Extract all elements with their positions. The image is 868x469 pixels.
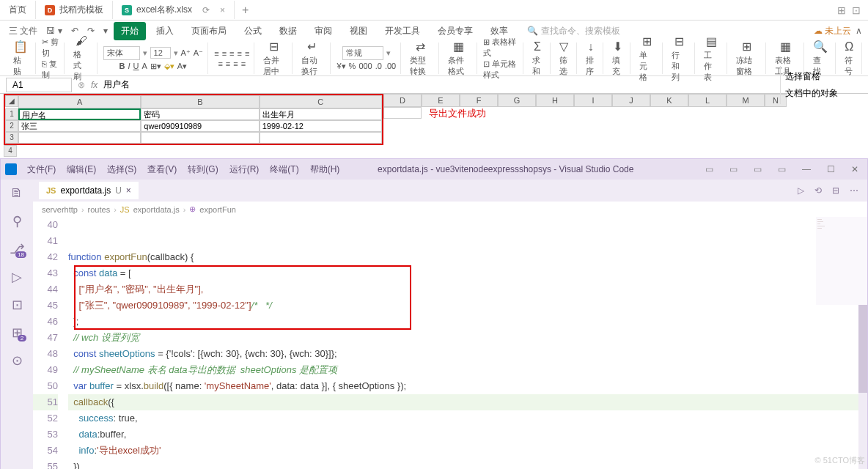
align-l[interactable]: ≡	[218, 59, 222, 68]
bc-item[interactable]: routes	[88, 205, 111, 214]
search-icon[interactable]: ⚲	[10, 213, 24, 228]
outdent[interactable]: ≡	[245, 49, 249, 58]
layout-icon[interactable]: ▭	[701, 163, 718, 176]
maximize-button[interactable]: ☐	[823, 163, 839, 176]
cell[interactable]	[141, 132, 259, 144]
tablestyle-button[interactable]: ⊞ 表格样式	[483, 37, 518, 59]
breadcrumb[interactable]: serverhttp› routes› JSexportdata.js› ⊕ex…	[33, 202, 867, 217]
more-icon[interactable]: ⋯	[850, 185, 858, 196]
minimize-button[interactable]: —	[798, 163, 815, 176]
bc-item[interactable]: exportdata.js	[133, 205, 180, 214]
col-header[interactable]: I	[574, 94, 612, 107]
cell-a1[interactable]: 用户名	[18, 108, 141, 120]
tab-home[interactable]: 首页	[0, 1, 36, 19]
row-header[interactable]: 1	[5, 108, 18, 120]
code-content[interactable]: function exportFun(callback) { const dat…	[68, 217, 867, 469]
merge-button[interactable]: ⊟合并居中	[260, 40, 287, 77]
code-area[interactable]: 404142434445464748495051525354555657 fun…	[33, 217, 867, 469]
bold-button[interactable]: B	[119, 62, 125, 70]
dec-inc[interactable]: .0	[375, 62, 382, 70]
col-header[interactable]: G	[498, 94, 536, 107]
file-menu[interactable]: 三 文件	[6, 23, 40, 39]
fill-color-button[interactable]: ⬙▾	[164, 62, 174, 71]
minimap[interactable]: ▬▬▬▬▬▬▬▬▬▬▬▬▬▬▬▬▬	[816, 217, 867, 305]
cell-b2[interactable]: qwer090910989	[141, 120, 259, 132]
explorer-icon[interactable]: 🗎	[10, 185, 24, 200]
menu-view[interactable]: 查看(V)	[143, 162, 181, 177]
name-box[interactable]: A1	[6, 78, 72, 92]
align-top[interactable]: ≡	[214, 49, 218, 58]
col-header[interactable]: E	[422, 94, 460, 107]
align-r[interactable]: ≡	[233, 59, 238, 68]
menu-run[interactable]: 运行(R)	[225, 162, 264, 177]
ribbon-tab[interactable]: 视图	[342, 22, 375, 40]
comma-button[interactable]: 000	[358, 62, 372, 70]
editor-tab-active[interactable]: JS exportdata.js U ×	[39, 182, 139, 199]
ribbon-tab[interactable]: 审阅	[307, 22, 339, 40]
sort-button[interactable]: ↓排序	[583, 40, 598, 77]
cell-c2[interactable]: 1999-02-12	[260, 120, 382, 132]
fx-cancel-icon[interactable]: ⊗	[78, 80, 85, 90]
qat-more[interactable]: ▾	[100, 24, 111, 37]
menu-edit[interactable]: 编辑(E)	[62, 162, 100, 177]
sheet-button[interactable]: ▤工作表	[701, 34, 722, 83]
menu-help[interactable]: 帮助(H)	[306, 162, 345, 177]
test-icon[interactable]: ⊙	[10, 352, 24, 367]
scroll-thumb[interactable]	[858, 305, 867, 393]
col-header-a[interactable]: A	[18, 95, 141, 108]
font-color-button[interactable]: A▾	[177, 62, 187, 71]
run-icon[interactable]: ▷	[798, 185, 804, 196]
currency-button[interactable]: ¥▾	[336, 62, 345, 71]
grid-icon[interactable]: ⊞	[837, 4, 846, 16]
strike-button[interactable]: A	[142, 62, 147, 70]
row-header[interactable]: 4	[4, 145, 17, 157]
cell-b1[interactable]: 密码	[141, 108, 259, 120]
sum-button[interactable]: Σ求和	[529, 40, 545, 77]
menu-go[interactable]: 转到(G)	[183, 162, 222, 177]
formula-input[interactable]: 用户名	[103, 78, 130, 91]
col-header-c[interactable]: C	[260, 95, 382, 108]
cell-c1[interactable]: 出生年月	[260, 108, 382, 120]
tab-sync-icon[interactable]: ⟳	[202, 5, 210, 15]
col-header[interactable]: K	[650, 94, 688, 107]
col-header[interactable]: M	[727, 94, 765, 107]
grid2-icon[interactable]: ⊡	[852, 4, 861, 16]
menu-select[interactable]: 选择(S)	[103, 162, 141, 177]
ribbon-tab[interactable]: 页面布局	[184, 22, 234, 40]
freeze-button[interactable]: ⊞冻结窗格	[733, 40, 760, 77]
corner[interactable]: ◢	[5, 95, 18, 107]
cellstyle-button[interactable]: ⊡ 单元格样式	[483, 59, 518, 81]
extensions-icon[interactable]: ⊞2	[10, 325, 24, 339]
row-header[interactable]: 2	[5, 120, 18, 132]
row-header[interactable]: 3	[5, 132, 18, 144]
rowcol-button[interactable]: ⊟行和列	[669, 34, 690, 83]
col-header-b[interactable]: B	[141, 95, 259, 108]
layout-icon[interactable]: ▭	[773, 163, 790, 176]
cloud-icon[interactable]: ☁ 未上云	[814, 25, 851, 37]
bc-item[interactable]: exportFun	[199, 205, 236, 214]
fill-button[interactable]: ⬇填充	[609, 40, 625, 77]
underline-button[interactable]: U	[133, 62, 139, 70]
split-icon[interactable]: ⟲	[814, 185, 822, 196]
ribbon-tab[interactable]: 公式	[237, 22, 269, 40]
align-bot[interactable]: ≡	[229, 49, 234, 58]
border-button[interactable]: ⊞▾	[150, 62, 161, 71]
align-c[interactable]: ≡	[226, 59, 230, 68]
col-header[interactable]: L	[688, 94, 727, 107]
more-icon[interactable]: ∧	[856, 26, 862, 36]
italic-button[interactable]: I	[128, 62, 130, 70]
new-tab-button[interactable]: +	[235, 4, 256, 17]
save-icon[interactable]: 🖫 ▾	[43, 24, 65, 37]
cut-button[interactable]: ✂ 剪切	[42, 37, 59, 59]
select-pane-label[interactable]: 选择窗格	[785, 70, 864, 83]
ribbon-tab[interactable]: 开发工具	[378, 22, 427, 40]
brush-button[interactable]: 🖌格式刷	[70, 34, 92, 82]
remote-icon[interactable]: ⊡	[10, 297, 24, 311]
tab-template[interactable]: D找稻壳模板	[36, 1, 113, 19]
percent-button[interactable]: %	[349, 62, 356, 70]
bc-item[interactable]: serverhttp	[42, 205, 78, 214]
wrap-button[interactable]: ↵自动换行	[298, 40, 326, 77]
align-mid[interactable]: ≡	[222, 49, 227, 58]
ribbon-tab[interactable]: 会员专享	[430, 22, 480, 40]
close-button[interactable]: ✕	[847, 163, 863, 176]
